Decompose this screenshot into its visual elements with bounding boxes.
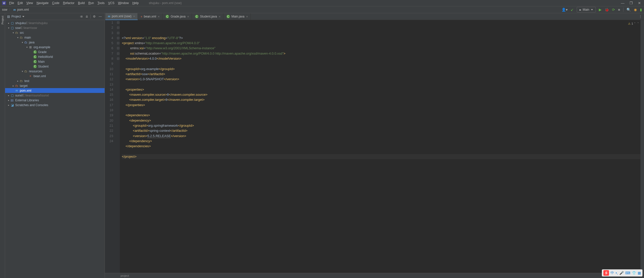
code-line-15[interactable]	[122, 108, 644, 113]
update-icon[interactable]: ◉	[634, 8, 637, 12]
tree-arrow-icon[interactable]: ▾	[21, 70, 24, 73]
ime-tool-icon[interactable]: ▦	[638, 271, 641, 275]
tree-node-sunxl[interactable]: ▸▢sunxl E:\learn\sunxl\sunxl	[5, 93, 105, 98]
tree-node-target[interactable]: ▸🗀target	[5, 83, 105, 88]
close-tab-icon[interactable]: ✕	[187, 15, 189, 18]
menu-item-code[interactable]: Code	[52, 1, 59, 5]
ide-settings-icon[interactable]: ▮	[640, 8, 642, 12]
code-line-23[interactable]	[122, 149, 644, 154]
menu-item-refactor[interactable]: Refactor	[63, 1, 74, 5]
menu-item-file[interactable]: File	[9, 1, 14, 5]
expand-all-icon[interactable]: ⇊	[85, 15, 89, 18]
tree-node-main[interactable]: ▾🗀main	[5, 35, 105, 40]
add-user-icon[interactable]: 👤▾	[562, 8, 568, 12]
tree-arrow-icon[interactable]: ▸	[7, 104, 10, 106]
tree-arrow-icon[interactable]: ▾	[25, 46, 28, 48]
code-line-11[interactable]: <properties>	[122, 87, 644, 92]
code-line-19[interactable]: <artifactId>spring-context</artifactId>	[122, 128, 644, 133]
tree-node-grade[interactable]: CGrade	[5, 50, 105, 54]
run-configuration-selector[interactable]: ▸ Main	[577, 7, 596, 12]
editor-breadcrumb[interactable]: project	[105, 273, 644, 278]
tree-node-main[interactable]: CMain	[5, 59, 105, 64]
code-line-3[interactable]: xmlns:xsi="http://www.w3.org/2001/XMLSch…	[122, 46, 644, 51]
tree-node-external-libraries[interactable]: ▸⫿⫿External Libraries	[5, 98, 105, 103]
code-line-24[interactable]: </project>	[122, 154, 644, 159]
run-coverage-button[interactable]: ⟳	[612, 8, 615, 12]
tree-arrow-icon[interactable]: ▸	[7, 94, 10, 97]
ime-lang-icon[interactable]: 中	[610, 271, 614, 275]
tree-node-student[interactable]: CStudent	[5, 64, 105, 69]
updown-arrows-icon[interactable]: ˄ ˅	[634, 21, 639, 26]
ime-voice-icon[interactable]: 🎤	[619, 271, 624, 275]
code-line-2[interactable]: <project xmlns="http://maven.apache.org/…	[122, 41, 644, 46]
editor-tab-grade-java[interactable]: CGrade.java✕	[163, 13, 192, 20]
tree-arrow-icon[interactable]: ▸	[16, 80, 19, 82]
project-tree[interactable]: ▸▢shujuku E:\learn\shujuku▾▢ssw E:\learn…	[5, 20, 105, 278]
close-tab-icon[interactable]: ✕	[246, 15, 248, 18]
code-line-20[interactable]: <version>5.2.5.RELEASE</version>	[122, 134, 644, 139]
code-line-14[interactable]: </properties>	[122, 103, 644, 108]
code-line-17[interactable]: <dependency>	[122, 118, 644, 123]
ime-punct-icon[interactable]: •,	[616, 271, 618, 275]
menu-item-vcs[interactable]: VCS	[108, 1, 114, 5]
tree-node-test[interactable]: ▸🗀test	[5, 78, 105, 83]
tree-node-java[interactable]: ▾🗀java	[5, 40, 105, 45]
tabs-overflow-icon[interactable]: ⋮	[639, 15, 644, 18]
fold-gutter[interactable]: ⊟⊟⊟⊟⊟⊟⊟⊟	[116, 20, 120, 273]
menu-item-tools[interactable]: Tools	[97, 1, 105, 5]
hide-panel-icon[interactable]: —	[98, 15, 103, 18]
tree-arrow-icon[interactable]: ▸	[7, 22, 10, 24]
code-line-13[interactable]: <maven.compiler.target>8</maven.compiler…	[122, 97, 644, 102]
menu-item-navigate[interactable]: Navigate	[37, 1, 48, 5]
breadcrumb[interactable]: ssw 〉 m pom.xml	[2, 8, 29, 12]
project-toolwindow-button[interactable]: Project	[1, 16, 4, 24]
stop-button[interactable]: ■	[618, 8, 620, 12]
code-line-12[interactable]: <maven.compiler.source>8</maven.compiler…	[122, 92, 644, 97]
code-line-18[interactable]: <groupId>org.springframework</groupId>	[122, 123, 644, 128]
tree-node-scratches-and-consoles[interactable]: ▸◪Scratches and Consoles	[5, 103, 105, 107]
editor-scrollbar[interactable]	[640, 20, 644, 273]
tree-node-ssw[interactable]: ▾▢ssw E:\learn\ssw	[5, 25, 105, 30]
tree-node-shujuku[interactable]: ▸▢shujuku E:\learn\shujuku	[5, 21, 105, 25]
project-panel-title[interactable]: Project	[11, 15, 21, 18]
breadcrumb-root[interactable]: ssw	[2, 8, 7, 11]
code-line-16[interactable]: <dependencies>	[122, 113, 644, 118]
code-line-7[interactable]: <groupId>org.example</groupId>	[122, 67, 644, 72]
code-line-4[interactable]: xsi:schemaLocation="http://maven.apache.…	[122, 51, 644, 56]
code-line-10[interactable]	[122, 82, 644, 87]
close-tab-icon[interactable]: ✕	[158, 15, 160, 18]
close-window-button[interactable]: ✕	[638, 1, 641, 5]
editor-tab-student-java[interactable]: CStudent.java✕	[192, 13, 223, 20]
inspection-widget[interactable]: ⚠ 1 ˄ ˅	[628, 21, 639, 26]
code-line-22[interactable]: </dependencies>	[122, 144, 644, 149]
chevron-down-icon[interactable]	[22, 16, 24, 17]
debug-button[interactable]: 🐞	[605, 8, 609, 12]
run-button[interactable]: ▶	[599, 8, 602, 12]
code-line-6[interactable]	[122, 61, 644, 66]
tree-arrow-icon[interactable]: ▾	[21, 41, 24, 44]
code-content[interactable]: ⚠ 1 ˄ ˅ <?xml version="1.0" encoding="UT…	[120, 20, 644, 273]
sogou-ime-icon[interactable]: S	[603, 270, 609, 276]
editor-tab-main-java[interactable]: CMain.java✕	[224, 13, 251, 20]
settings-gear-icon[interactable]: ⚙	[92, 15, 96, 18]
tree-arrow-icon[interactable]: ▾	[12, 31, 15, 34]
code-line-5[interactable]: <modelVersion>4.0.0</modelVersion>	[122, 56, 644, 61]
menu-item-view[interactable]: View	[26, 1, 33, 5]
maximize-button[interactable]: ❐	[630, 1, 633, 5]
menu-item-run[interactable]: Run	[88, 1, 94, 5]
tree-node-src[interactable]: ▾🗀src	[5, 30, 105, 35]
ime-keyboard-icon[interactable]: ⌨	[625, 271, 630, 275]
code-line-8[interactable]: <artifactId>ssw</artifactId>	[122, 72, 644, 77]
search-everywhere-button[interactable]: 🔍	[626, 8, 631, 12]
code-line-9[interactable]: <version>1.0-SNAPSHOT</version>	[122, 77, 644, 82]
minimize-button[interactable]: —	[621, 1, 624, 5]
menu-item-build[interactable]: Build	[78, 1, 85, 5]
git-pull-icon[interactable]: ↙	[571, 8, 574, 12]
ime-skin-icon[interactable]: 👕	[632, 271, 636, 275]
menu-item-window[interactable]: Window	[118, 1, 129, 5]
menu-item-edit[interactable]: Edit	[18, 1, 23, 5]
code-line-1[interactable]: <?xml version="1.0" encoding="UTF-8"?>	[122, 36, 644, 41]
tree-node-helloworld[interactable]: CHelloWorld	[5, 54, 105, 59]
tree-node-bean-xml[interactable]: ≡bean.xml	[5, 74, 105, 78]
tree-arrow-icon[interactable]: ▾	[7, 27, 10, 29]
